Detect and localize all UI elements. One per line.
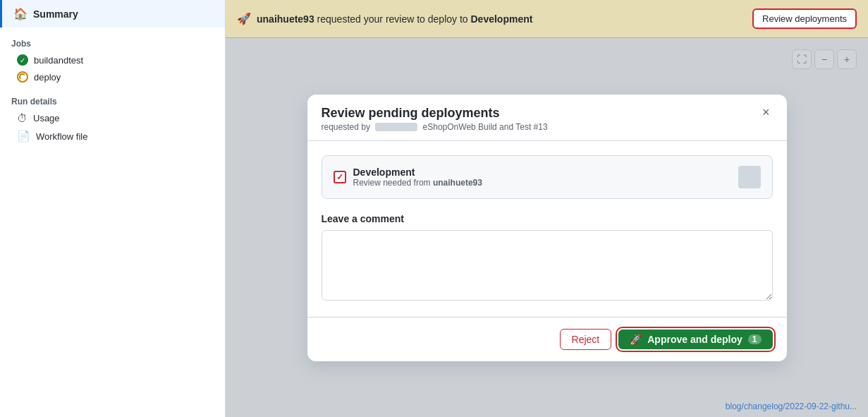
reject-button[interactable]: Reject	[560, 329, 612, 350]
rocket-icon: 🚀	[237, 12, 251, 25]
usage-label: Usage	[33, 113, 60, 123]
main-content: 🚀 unaihuete93 requested your review to d…	[226, 0, 868, 417]
deployment-left: Development Review needed from unaihuete…	[334, 167, 482, 188]
modal-close-button[interactable]: ×	[759, 106, 773, 119]
deployment-avatar	[738, 166, 761, 188]
job-buildandtest-label: buildandtest	[34, 55, 83, 66]
modal-body: Development Review needed from unaihuete…	[307, 141, 787, 317]
modal-header: Review pending deployments requested by …	[307, 95, 787, 141]
modal-footer: Reject 🚀 Approve and deploy 1	[307, 317, 787, 361]
clock-icon: ⏱	[17, 112, 27, 124]
sidebar-workflow-file-item[interactable]: 📄 Workflow file	[11, 127, 214, 145]
deployment-checkbox[interactable]	[334, 171, 346, 183]
deployment-reviewer: unaihuete93	[433, 178, 482, 188]
comment-label: Leave a comment	[322, 213, 773, 224]
modal-subtitle-suffix: eShopOnWeb Build and Test #13	[423, 122, 548, 132]
modal-subtitle: requested by eShopOnWeb Build and Test #…	[322, 122, 548, 132]
workflow-file-label: Workflow file	[36, 131, 87, 142]
modal-overlay: Review pending deployments requested by …	[226, 38, 868, 417]
deployment-item: Development Review needed from unaihuete…	[322, 155, 773, 199]
sidebar-usage-item[interactable]: ⏱ Usage	[11, 109, 214, 127]
modal-header-content: Review pending deployments requested by …	[322, 106, 548, 132]
home-icon: 🏠	[13, 7, 27, 20]
notification-banner: 🚀 unaihuete93 requested your review to d…	[226, 0, 868, 38]
file-icon: 📄	[17, 130, 30, 143]
jobs-section-label: Jobs	[11, 39, 214, 49]
jobs-section: Jobs ✓ buildandtest deploy	[0, 28, 225, 88]
run-details-section: Run details ⏱ Usage 📄 Workflow file	[0, 88, 225, 148]
approve-count: 1	[748, 334, 762, 344]
review-modal: Review pending deployments requested by …	[307, 95, 787, 361]
modal-subtitle-user-blurred	[375, 123, 417, 131]
notification-username: unaihuete93	[257, 13, 314, 25]
review-deployments-button[interactable]: Review deployments	[752, 8, 857, 29]
status-pending-icon	[17, 71, 28, 83]
status-success-icon: ✓	[17, 54, 28, 66]
notification-environment: Development	[471, 13, 533, 25]
approve-button[interactable]: 🚀 Approve and deploy 1	[618, 330, 772, 349]
sidebar: 🏠 Summary Jobs ✓ buildandtest deploy Run…	[0, 0, 226, 417]
modal-title: Review pending deployments	[322, 106, 548, 121]
deployment-review-text: Review needed from unaihuete93	[353, 178, 482, 188]
main-area: ⛶ − + blog/changelog/2022-09-22-githu...…	[226, 38, 868, 417]
sidebar-job-buildandtest[interactable]: ✓ buildandtest	[11, 52, 214, 68]
summary-label: Summary	[33, 8, 78, 20]
run-details-label: Run details	[11, 97, 214, 107]
approve-label: Approve and deploy	[647, 334, 742, 345]
sidebar-job-deploy[interactable]: deploy	[11, 68, 214, 85]
notification-message: unaihuete93 requested your review to dep…	[257, 13, 532, 25]
notification-text: 🚀 unaihuete93 requested your review to d…	[237, 12, 532, 25]
comment-textarea[interactable]	[322, 230, 773, 301]
approve-rocket-icon: 🚀	[630, 334, 642, 345]
job-deploy-label: deploy	[34, 72, 61, 83]
deployment-info: Development Review needed from unaihuete…	[353, 167, 482, 188]
modal-subtitle-prefix: requested by	[322, 122, 370, 132]
deployment-name: Development	[353, 167, 482, 178]
notification-middle: requested your review to deploy to	[317, 13, 468, 25]
sidebar-summary-item[interactable]: 🏠 Summary	[0, 0, 225, 28]
